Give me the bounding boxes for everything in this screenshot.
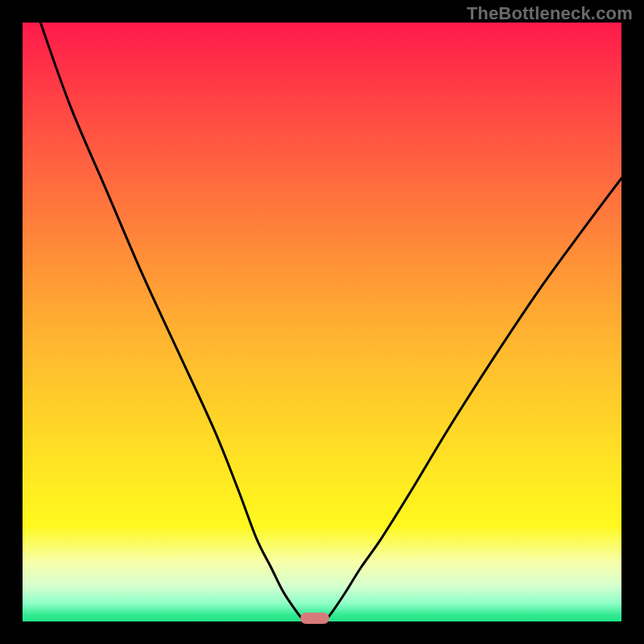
chart-frame: TheBottleneck.com xyxy=(0,0,644,644)
curve-right xyxy=(325,178,621,621)
watermark-text: TheBottleneck.com xyxy=(467,3,633,24)
optimal-marker xyxy=(300,613,329,624)
curve-left xyxy=(40,23,303,621)
plot-area xyxy=(23,23,621,621)
curve-svg xyxy=(23,23,621,621)
